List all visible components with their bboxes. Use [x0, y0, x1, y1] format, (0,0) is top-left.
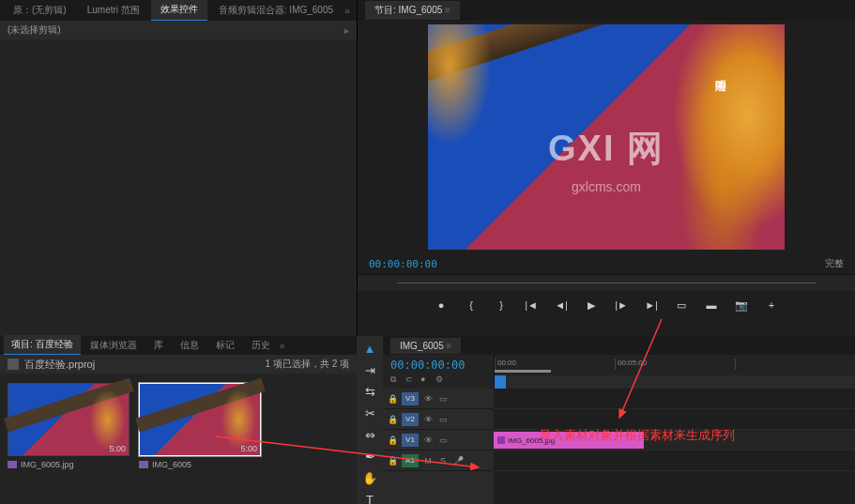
selection-status: 1 项已选择，共 2 项 — [266, 358, 349, 371]
track-label[interactable]: V2 — [402, 413, 419, 426]
bin-thumbnail[interactable]: 5:00 — [139, 383, 261, 456]
tab-audio-clip-mixer[interactable]: 音频剪辑混合器: IMG_6005 — [209, 0, 343, 21]
bin-thumbnail[interactable]: 5:00 — [8, 383, 130, 456]
track-lock-icon[interactable]: 🔒 — [387, 455, 398, 466]
tab-markers[interactable]: 标记 — [208, 336, 242, 355]
track-option-icon[interactable]: ▭ — [437, 393, 449, 405]
track-header-v2[interactable]: 🔒 V2 👁 ▭ — [383, 409, 494, 430]
lane-v1[interactable]: IMG_6005.jpg — [494, 430, 855, 451]
playhead[interactable] — [495, 375, 506, 389]
transport-controls: ● { } |◄ ◄| ▶ |► ►| ▭ ▬ 📷 + ▭ — [358, 291, 855, 336]
tab-program[interactable]: 节目: IMG_6005 ≡ — [365, 1, 460, 20]
extract-button[interactable]: ▬ — [705, 298, 718, 312]
project-tabs-overflow-icon[interactable]: » — [280, 340, 285, 351]
tab-source-noclip[interactable]: 原：(无剪辑) — [4, 0, 76, 21]
tab-project[interactable]: 项目: 百度经验 — [4, 335, 81, 356]
project-file-icon — [8, 359, 19, 370]
export-frame-button[interactable]: 📷 — [735, 298, 748, 312]
track-option-icon[interactable]: ▭ — [437, 414, 449, 425]
marker-icon[interactable]: ● — [420, 374, 430, 384]
hand-tool[interactable]: ✋ — [362, 471, 377, 485]
ripple-edit-tool[interactable]: ⇆ — [362, 385, 377, 399]
go-to-in-button[interactable]: |◄ — [525, 298, 538, 312]
snap-icon[interactable]: ⧉ — [390, 374, 400, 384]
timeline-ruler[interactable]: 00:00 00:05:00 — [494, 355, 855, 389]
tab-menu-icon[interactable]: ≡ — [445, 5, 450, 15]
tab-libraries[interactable]: 库 — [146, 336, 171, 355]
tab-lumetri-scopes[interactable]: Lumetri 范围 — [78, 0, 149, 21]
track-lock-icon[interactable]: 🔒 — [387, 435, 398, 446]
timeline-header: 00:00:00:00 ⧉ ⊂ ● ⚙ 00:00 00:05:00 — [383, 355, 855, 389]
selection-tool[interactable]: ▲ — [362, 342, 377, 356]
track-label[interactable]: A1 — [402, 454, 419, 467]
lift-button[interactable]: ▭ — [675, 298, 688, 312]
no-clip-label: (未选择剪辑) — [8, 23, 61, 37]
mark-in-button[interactable]: { — [465, 298, 478, 312]
bin-item-img6005-jpg[interactable]: 5:00 IMG_6005.jpg — [8, 383, 130, 495]
timeline-header-left: 00:00:00:00 ⧉ ⊂ ● ⚙ — [383, 355, 494, 389]
track-lock-icon[interactable]: 🔒 — [387, 393, 398, 405]
track-lock-icon[interactable]: 🔒 — [387, 414, 398, 425]
pen-tool[interactable]: ✒ — [362, 450, 377, 464]
program-fit-label[interactable]: 完整 — [825, 257, 844, 270]
clip-img6005[interactable]: IMG_6005.jpg — [494, 432, 644, 449]
program-monitor-viewport[interactable]: 明寿陵 GXI 网 gxlcms.com — [358, 21, 855, 253]
program-monitor-panel: 节目: IMG_6005 ≡ 明寿陵 GXI 网 gxlcms.com 00:0… — [357, 0, 855, 336]
track-header-v3[interactable]: 🔒 V3 👁 ▭ — [383, 389, 494, 409]
timeline-tracks: 🔒 V3 👁 ▭ 🔒 V2 👁 ▭ 🔒 V1 👁 ▭ — [383, 389, 855, 504]
marker-button[interactable]: ● — [435, 298, 448, 312]
track-header-a1[interactable]: 🔒 A1 M S 🎤 — [383, 451, 494, 471]
go-to-out-button[interactable]: ►| — [645, 298, 658, 312]
bin-label: IMG_6005.jpg — [8, 456, 130, 469]
track-mic-icon[interactable]: 🎤 — [452, 455, 464, 466]
tab-media-browser[interactable]: 媒体浏览器 — [83, 336, 145, 355]
timeline-timecode[interactable]: 00:00:00:00 — [390, 359, 486, 372]
ruler-tick: 00:05:00 — [615, 359, 735, 370]
ruler-tick — [735, 359, 855, 370]
track-header-v1[interactable]: 🔒 V1 👁 ▭ — [383, 430, 494, 451]
effect-controls-body — [0, 39, 357, 336]
track-eye-icon[interactable]: 👁 — [422, 393, 434, 405]
program-timecode[interactable]: 00:00:00:00 — [369, 258, 437, 270]
tab-history[interactable]: 历史 — [244, 336, 278, 355]
timeline-tab-bar: IMG_6005 ≡ — [383, 336, 855, 355]
project-bins[interactable]: 5:00 IMG_6005.jpg 5:00 IMG_6005 — [0, 374, 357, 504]
track-lanes[interactable]: IMG_6005.jpg — [494, 389, 855, 504]
tab-effect-controls[interactable]: 效果控件 — [151, 0, 207, 22]
type-tool[interactable]: T — [362, 493, 377, 504]
lane-v2[interactable] — [494, 409, 855, 430]
source-panel: 原：(无剪辑) Lumetri 范围 效果控件 音频剪辑混合器: IMG_600… — [0, 0, 357, 336]
program-scrubber[interactable] — [358, 274, 855, 291]
preview-image: 明寿陵 — [428, 24, 785, 250]
lane-a1[interactable] — [494, 451, 855, 471]
bin-item-img6005-seq[interactable]: 5:00 IMG_6005 — [139, 383, 261, 495]
button-editor-button[interactable]: + — [765, 298, 778, 312]
track-eye-icon[interactable]: 👁 — [422, 435, 434, 446]
razor-tool[interactable]: ✂ — [362, 406, 377, 420]
tabs-overflow-icon[interactable]: » — [344, 5, 350, 16]
settings-icon[interactable]: ⚙ — [435, 374, 445, 384]
clip-fx-icon — [497, 436, 505, 444]
play-button[interactable]: ▶ — [585, 298, 598, 312]
slip-tool[interactable]: ⇔ — [362, 428, 377, 442]
work-area-bar[interactable] — [495, 370, 551, 373]
mark-out-button[interactable]: } — [495, 298, 508, 312]
step-forward-button[interactable]: |► — [615, 298, 628, 312]
bin-duration: 5:00 — [109, 444, 126, 453]
linked-selection-icon[interactable]: ⊂ — [405, 374, 415, 384]
tab-info[interactable]: 信息 — [173, 336, 206, 355]
ruler-tick: 00:00 — [495, 359, 615, 370]
track-eye-icon[interactable]: 👁 — [422, 414, 434, 425]
timeline-panel: IMG_6005 ≡ 00:00:00:00 ⧉ ⊂ ● ⚙ 00:00 00:… — [383, 336, 855, 504]
track-solo-icon[interactable]: S — [437, 455, 449, 466]
step-back-button[interactable]: ◄| — [555, 298, 568, 312]
track-option-icon[interactable]: ▭ — [437, 435, 449, 446]
track-select-tool[interactable]: ⇥ — [362, 363, 377, 377]
track-label[interactable]: V3 — [402, 392, 419, 405]
tab-sequence[interactable]: IMG_6005 ≡ — [390, 338, 461, 354]
project-file-name: 百度经验.prproj — [24, 358, 95, 372]
sequence-menu-icon[interactable]: ≡ — [446, 341, 451, 351]
track-label[interactable]: V1 — [402, 434, 419, 447]
track-mute-icon[interactable]: M — [422, 455, 434, 466]
lane-v3[interactable] — [494, 389, 855, 409]
